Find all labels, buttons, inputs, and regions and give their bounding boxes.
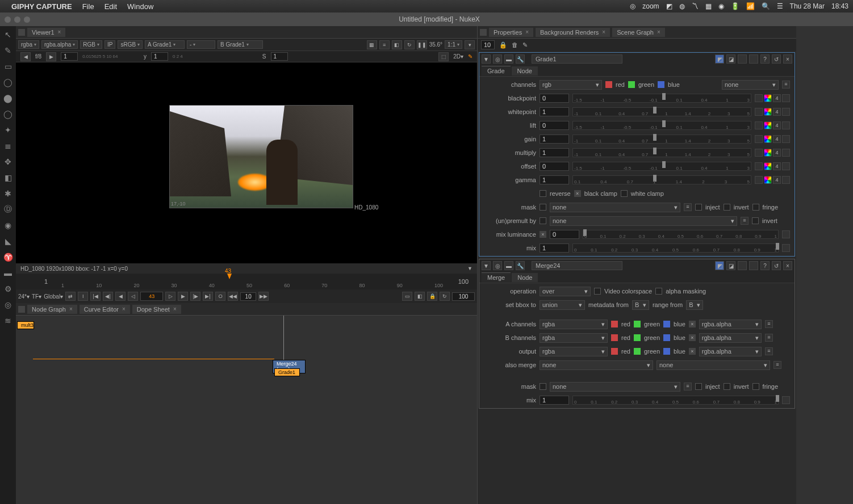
panel-btn-4[interactable] — [749, 54, 758, 64]
anim-icon[interactable] — [782, 162, 790, 170]
tool-ring-icon[interactable]: ◯ — [3, 109, 13, 119]
panel-count[interactable]: 10 — [481, 40, 495, 49]
roi-icon[interactable]: ⬚ — [438, 52, 449, 61]
also2-dropdown[interactable]: none▾ — [657, 360, 770, 370]
collapse-icon[interactable]: ▼ — [482, 54, 491, 64]
panel-btn-3[interactable] — [738, 54, 747, 64]
viewer-arrow-down-icon[interactable]: ▾ — [465, 40, 475, 49]
expand-button[interactable]: 4 — [773, 135, 781, 143]
tray-icon-4[interactable]: ▦ — [705, 2, 712, 10]
multiply-slider[interactable]: -10.10.40.711.4235 — [572, 148, 751, 157]
tool-d-icon[interactable]: Ⓓ — [3, 204, 13, 215]
close-icon[interactable]: × — [69, 306, 73, 312]
trash-icon[interactable]: 🗑 — [512, 41, 518, 48]
sample-icon[interactable] — [755, 162, 763, 170]
anim-icon[interactable] — [782, 244, 790, 252]
step-back-icon[interactable]: ◁ — [128, 292, 138, 301]
last-frame-icon[interactable]: ▶| — [203, 292, 213, 301]
expand-button[interactable]: 4 — [773, 162, 781, 170]
unpremult-checkbox[interactable] — [540, 217, 546, 224]
close-icon[interactable]: × — [657, 29, 660, 35]
viewer-btn-3[interactable]: ◧ — [392, 40, 402, 49]
whiteclamp-checkbox[interactable] — [621, 190, 628, 197]
color-swatch-icon[interactable] — [764, 149, 772, 157]
out-dropdown[interactable]: rgba▾ — [540, 347, 608, 356]
menu-file[interactable]: File — [82, 2, 94, 11]
tool-layers-icon[interactable]: ≣ — [3, 141, 13, 151]
viewer-tab[interactable]: Viewer1 × — [27, 28, 65, 37]
panel-color-1[interactable]: ◩ — [715, 54, 724, 64]
offset-slider[interactable]: -1.5-1-0.5-0.10.10.413 — [572, 162, 751, 171]
lock-icon[interactable]: 🔒 — [427, 292, 437, 301]
green-checkbox[interactable] — [634, 348, 641, 355]
operation-dropdown[interactable]: over▾ — [540, 287, 591, 296]
tool-gear-icon[interactable]: ⚙ — [3, 284, 13, 294]
mix-input[interactable]: 1 — [540, 243, 569, 253]
playhead-icon[interactable] — [227, 274, 232, 279]
pb-icon-1[interactable]: ▭ — [402, 292, 412, 301]
overlay-pen-icon[interactable]: ✎ — [468, 53, 473, 60]
tab-curve-editor[interactable]: Curve Editor× — [80, 305, 130, 314]
revert-icon[interactable]: ↺ — [772, 261, 781, 270]
close-icon[interactable]: × — [58, 29, 61, 35]
channel-menu-icon[interactable]: ≡ — [773, 361, 781, 369]
alphamask-checkbox[interactable] — [655, 288, 662, 295]
invert-checkbox[interactable] — [752, 217, 759, 224]
also-dropdown[interactable]: none▾ — [540, 360, 653, 370]
expand-button[interactable]: 4 — [773, 149, 781, 157]
tool-horns-icon[interactable]: ♈ — [3, 252, 13, 262]
s-input[interactable]: 1 — [271, 52, 288, 61]
mix-slider[interactable]: 00.10.20.30.40.50.60.70.80.91 — [572, 243, 779, 253]
blackpoint-slider[interactable]: -1.5-1-0.5-0.10.10.413 — [572, 94, 751, 103]
green-checkbox[interactable] — [634, 334, 641, 341]
anim-icon[interactable] — [782, 135, 790, 143]
green-checkbox[interactable] — [634, 321, 641, 327]
app-name[interactable]: GIPHY CAPTURE — [11, 2, 72, 11]
viewer-btn-2[interactable]: ≡ — [379, 40, 390, 49]
invert-checkbox[interactable] — [724, 383, 730, 390]
collapse-icon[interactable]: ▼ — [482, 261, 491, 270]
mixlum-slider[interactable]: 00.10.20.30.40.50.60.70.80.91 — [583, 230, 779, 239]
out-alpha-dropdown[interactable]: rgba.alpha▾ — [699, 347, 762, 356]
tool-move-icon[interactable]: ✥ — [3, 157, 13, 167]
blue-checkbox[interactable] — [663, 348, 670, 355]
menubar-time[interactable]: 18:43 — [831, 2, 848, 10]
channel-menu-icon[interactable]: ≡ — [765, 320, 773, 328]
tool-pen-icon[interactable]: ✎ — [3, 45, 13, 56]
spotlight-icon[interactable]: 🔍 — [762, 2, 770, 10]
nodegraph-canvas[interactable]: mult3 Merge24 (over) Grade1 — [16, 316, 477, 504]
channel-menu-icon[interactable]: ≡ — [782, 81, 790, 89]
viewer-pause-icon[interactable]: ❚❚ — [417, 40, 427, 49]
centre-node-icon[interactable]: ◎ — [493, 261, 502, 270]
pb-loop-icon[interactable]: ↻ — [440, 292, 450, 301]
anim-icon[interactable] — [782, 121, 790, 129]
mask-dropdown[interactable]: none▾ — [550, 382, 680, 392]
tab-bg-renders[interactable]: Background Renders× — [536, 28, 610, 37]
reverse-checkbox[interactable] — [540, 190, 546, 197]
channels-extra-dropdown[interactable]: none▾ — [722, 80, 779, 90]
anim-icon[interactable] — [782, 108, 790, 116]
zoom-window-button[interactable] — [24, 16, 30, 23]
anim-icon[interactable] — [782, 149, 790, 157]
pane-menu-icon[interactable] — [18, 29, 25, 36]
tool-circle-icon[interactable]: ◯ — [3, 77, 13, 87]
out-point-button[interactable]: O — [215, 292, 225, 301]
subtab-merge[interactable]: Merge — [482, 272, 511, 282]
metadata-dropdown[interactable]: B▾ — [632, 300, 649, 310]
expand-button[interactable]: 4 — [773, 121, 781, 129]
sample-icon[interactable] — [755, 108, 763, 116]
color-swatch-icon[interactable] — [764, 176, 772, 184]
tf-dropdown[interactable]: TF▾ — [32, 293, 41, 300]
next-key-icon[interactable]: |▶ — [190, 292, 200, 301]
sample-icon[interactable] — [755, 121, 763, 129]
mask-checkbox[interactable] — [540, 204, 546, 211]
node-name-input[interactable]: Grade1 — [532, 54, 622, 64]
fstop-input[interactable]: 1 — [61, 52, 78, 61]
ip-button[interactable]: IP — [104, 40, 115, 49]
tab-nodegraph[interactable]: Node Graph× — [27, 305, 77, 314]
tab-scene-graph[interactable]: Scene Graph× — [612, 28, 665, 37]
centre-node-icon[interactable]: ◎ — [493, 54, 502, 64]
mix-slider[interactable]: 00.10.20.30.40.50.60.70.80.91 — [572, 396, 779, 405]
red-checkbox[interactable] — [611, 321, 618, 327]
close-icon[interactable]: × — [122, 306, 126, 312]
